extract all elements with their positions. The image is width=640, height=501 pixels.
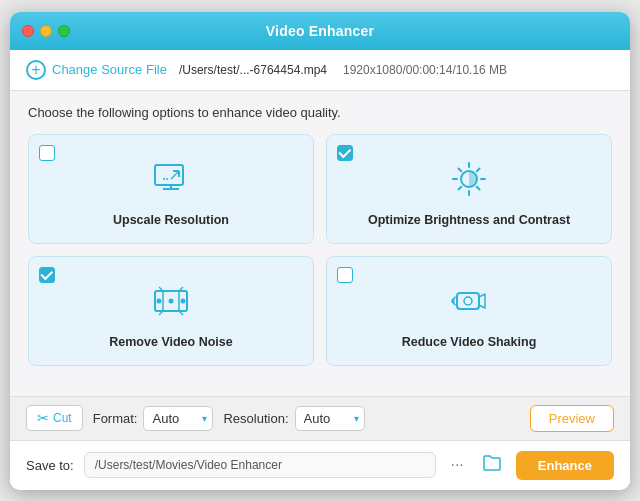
svg-line-12 xyxy=(459,168,462,171)
file-info: /Users/test/...-6764454.mp4 1920x1080/00… xyxy=(179,63,614,77)
main-content: Choose the following options to enhance … xyxy=(10,91,630,396)
upscale-icon xyxy=(149,157,193,205)
dots-button[interactable]: ··· xyxy=(446,456,467,474)
resolution-select-wrap: Auto 1080p 720p 480p ▾ xyxy=(295,406,365,431)
brightness-label: Optimize Brightness and Contrast xyxy=(368,213,570,227)
cut-button[interactable]: ✂ Cut xyxy=(26,405,83,431)
svg-point-20 xyxy=(169,298,174,303)
cut-icon: ✂ xyxy=(37,410,49,426)
resolution-label: Resolution: xyxy=(223,411,288,426)
resolution-select[interactable]: Auto 1080p 720p 480p xyxy=(295,406,365,431)
svg-point-27 xyxy=(464,297,472,305)
titlebar: Video Enhancer xyxy=(10,12,630,50)
noise-icon xyxy=(149,279,193,327)
cut-label: Cut xyxy=(53,411,72,425)
save-bar: Save to: ··· Enhance xyxy=(10,440,630,490)
svg-line-15 xyxy=(459,186,462,189)
format-select[interactable]: Auto MP4 MOV AVI xyxy=(143,406,213,431)
svg-rect-26 xyxy=(457,293,479,309)
folder-button[interactable] xyxy=(478,454,506,477)
folder-icon xyxy=(482,454,502,472)
app-window: Video Enhancer + Change Source File /Use… xyxy=(10,12,630,490)
checkbox-shaking[interactable] xyxy=(337,267,353,283)
minimize-button[interactable] xyxy=(40,25,52,37)
toolbar: + Change Source File /Users/test/...-676… xyxy=(10,50,630,91)
option-noise: Remove Video Noise xyxy=(28,256,314,366)
preview-button[interactable]: Preview xyxy=(530,405,614,432)
save-path-input[interactable] xyxy=(84,452,437,478)
option-upscale: Upscale Resolution xyxy=(28,134,314,244)
brightness-icon xyxy=(447,157,491,205)
format-section: Format: Auto MP4 MOV AVI ▾ xyxy=(93,406,214,431)
format-label: Format: xyxy=(93,411,138,426)
checkbox-brightness[interactable] xyxy=(337,145,353,161)
svg-line-13 xyxy=(477,186,480,189)
change-source-label: Change Source File xyxy=(52,62,167,77)
maximize-button[interactable] xyxy=(58,25,70,37)
window-title: Video Enhancer xyxy=(266,23,374,39)
resolution-section: Resolution: Auto 1080p 720p 480p ▾ xyxy=(223,406,364,431)
enhance-button[interactable]: Enhance xyxy=(516,451,614,480)
upscale-label: Upscale Resolution xyxy=(113,213,229,227)
bottom-bar: ✂ Cut Format: Auto MP4 MOV AVI ▾ Resolut… xyxy=(10,396,630,440)
change-source-button[interactable]: + Change Source File xyxy=(26,60,167,80)
close-button[interactable] xyxy=(22,25,34,37)
option-brightness: Optimize Brightness and Contrast xyxy=(326,134,612,244)
option-shaking: Reduce Video Shaking xyxy=(326,256,612,366)
save-label: Save to: xyxy=(26,458,74,473)
shaking-icon xyxy=(447,279,491,327)
file-meta: 1920x1080/00:00:14/10.16 MB xyxy=(343,63,507,77)
checkbox-noise[interactable] xyxy=(39,267,55,283)
noise-label: Remove Video Noise xyxy=(109,335,232,349)
options-grid: Upscale Resolution xyxy=(28,134,612,366)
instruction-text: Choose the following options to enhance … xyxy=(28,105,612,120)
shaking-label: Reduce Video Shaking xyxy=(402,335,537,349)
svg-line-14 xyxy=(477,168,480,171)
file-path: /Users/test/...-6764454.mp4 xyxy=(179,63,327,77)
svg-line-5 xyxy=(171,171,179,179)
traffic-lights xyxy=(22,25,70,37)
plus-circle-icon: + xyxy=(26,60,46,80)
svg-point-19 xyxy=(157,298,162,303)
checkbox-upscale[interactable] xyxy=(39,145,55,161)
svg-point-21 xyxy=(181,298,186,303)
format-select-wrap: Auto MP4 MOV AVI ▾ xyxy=(143,406,213,431)
